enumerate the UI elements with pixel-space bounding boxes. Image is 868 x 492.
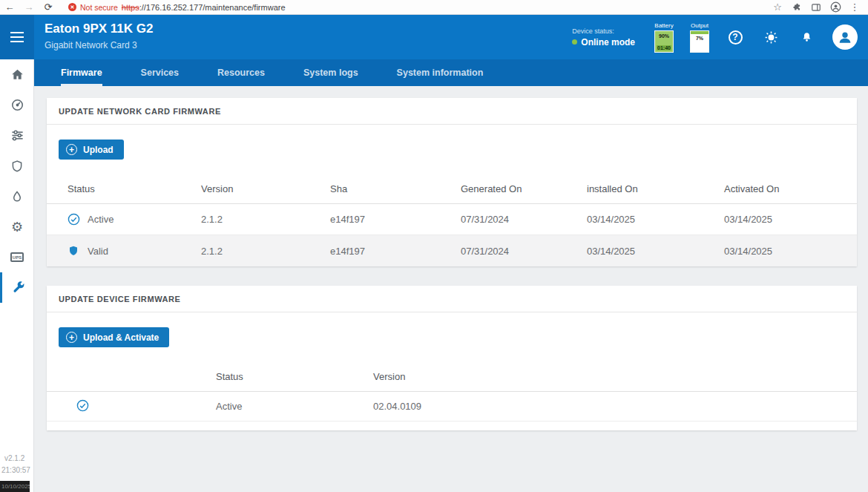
device-card-title: UPDATE DEVICE FIRMWARE [47, 286, 857, 312]
cell-sha: e14f197 [330, 214, 461, 225]
cell-sha: e14f197 [330, 246, 461, 257]
browser-actions: ☆ ⋮ [772, 1, 868, 13]
device-title: Eaton 9PX 11K G2 [45, 22, 153, 36]
network-firmware-card: UPDATE NETWORK CARD FIRMWARE + Upload St… [47, 98, 857, 266]
address-bar[interactable]: ✕ Not secure https://176.16.252.177/main… [68, 1, 286, 13]
col-version: Version [373, 371, 845, 382]
col-installed-on: installed On [587, 183, 724, 194]
tab-firmware[interactable]: Firmware [61, 59, 102, 86]
extensions-icon[interactable] [791, 1, 803, 13]
sidebar-item-meters[interactable] [0, 90, 34, 120]
cell-status: Valid [68, 245, 201, 258]
bookmark-star-icon[interactable]: ☆ [772, 1, 783, 13]
check-circle-icon [68, 213, 80, 226]
output-percent: 7% [691, 36, 708, 41]
cell-status-icon [68, 399, 216, 414]
cell-generated-on: 07/31/2024 [461, 246, 587, 257]
cell-version: 02.04.0109 [373, 401, 845, 412]
browser-menu-icon[interactable]: ⋮ [849, 1, 861, 13]
battery-icon: 90% 01:40 [654, 30, 674, 53]
header-titles: Eaton 9PX 11K G2 Gigabit Network Card 3 [45, 22, 153, 50]
ups-icon: UPS [10, 252, 24, 262]
browser-chrome: ← → ⟳ ✕ Not secure https://176.16.252.17… [0, 0, 868, 15]
battery-time: 01:40 [657, 45, 671, 50]
col-status: Status [68, 183, 201, 194]
tab-system-information[interactable]: System information [397, 59, 484, 86]
back-icon[interactable]: ← [0, 1, 19, 13]
status-text: Active [88, 214, 114, 225]
profile-icon[interactable] [829, 1, 841, 13]
url-text: https://176.16.252.177/maintenance/firmw… [122, 3, 286, 12]
main-content: UPDATE NETWORK CARD FIRMWARE + Upload St… [35, 86, 868, 492]
col-version: Version [201, 183, 330, 194]
footer-tooltip: 10/10/2025 [0, 481, 30, 492]
network-table-header: Status Version Sha Generated On installe… [47, 174, 857, 204]
network-card-body: + Upload Status Version Sha Generated On… [47, 125, 857, 266]
device-subtitle: Gigabit Network Card 3 [45, 40, 153, 50]
table-row-valid[interactable]: Valid 2.1.2 e14f197 07/31/2024 03/14/202… [47, 235, 857, 266]
sidebar-item-home[interactable] [0, 59, 34, 90]
reload-icon[interactable]: ⟳ [39, 1, 58, 13]
check-circle-icon [76, 399, 89, 412]
sidebar-item-protection[interactable] [0, 151, 34, 181]
app-header: Eaton 9PX 11K G2 Gigabit Network Card 3 … [0, 15, 868, 59]
user-avatar[interactable] [832, 24, 858, 50]
cell-installed-on: 03/14/2025 [587, 214, 724, 225]
output-label: Output [690, 22, 709, 29]
device-table-row[interactable]: Active 02.04.0109 [47, 392, 857, 422]
device-status: Device status: Online mode [572, 27, 635, 47]
online-status-dot [572, 39, 577, 45]
upload-activate-button-label: Upload & Activate [83, 332, 159, 343]
upload-button[interactable]: + Upload [59, 140, 124, 160]
gauge-icon [10, 98, 24, 112]
col-generated-on: Generated On [461, 183, 587, 194]
plus-circle-icon: + [66, 144, 77, 155]
notifications-bell-icon[interactable] [797, 27, 816, 47]
battery-gauge[interactable]: Battery 90% 01:40 [654, 22, 674, 53]
output-gauge[interactable]: Output 7% [690, 22, 709, 53]
cell-activated-on: 03/14/2025 [724, 214, 845, 225]
plus-circle-icon: + [66, 332, 77, 343]
device-card-body: + Upload & Activate Status Version Activ… [47, 312, 857, 430]
device-table-header: Status Version [47, 362, 857, 392]
device-firmware-card: UPDATE DEVICE FIRMWARE + Upload & Activa… [47, 286, 857, 430]
shield-icon [10, 160, 24, 173]
droplet-icon [10, 190, 24, 203]
sidebar-item-settings[interactable]: ⚙ [0, 211, 34, 242]
device-status-value-row: Online mode [572, 37, 635, 47]
header-right: Device status: Online mode Battery 90% 0… [572, 15, 858, 59]
url-path: ://176.16.252.177/maintenance/firmware [139, 3, 286, 12]
tab-system-logs[interactable]: System logs [303, 59, 358, 86]
tab-services[interactable]: Services [141, 59, 179, 86]
tab-resources[interactable]: Resources [217, 59, 265, 86]
not-secure-icon: ✕ [68, 3, 76, 11]
side-panel-icon[interactable] [810, 1, 822, 13]
col-activated-on: Activated On [724, 183, 845, 194]
gear-icon: ⚙ [11, 220, 23, 234]
firmware-version-label: v2.1.2 [4, 454, 24, 462]
sidebar-item-ups[interactable]: UPS [0, 242, 34, 272]
sidebar-item-environment[interactable] [0, 181, 34, 211]
upload-activate-button[interactable]: + Upload & Activate [59, 327, 169, 347]
battery-label: Battery [654, 22, 674, 29]
help-icon[interactable]: ? [726, 27, 745, 47]
cell-activated-on: 03/14/2025 [724, 246, 845, 257]
cell-generated-on: 07/31/2024 [461, 214, 587, 225]
sidebar: ⚙ UPS v2.1.2 21:30:57 10/10/2025 [0, 59, 34, 492]
clock-label: 21:30:57 [1, 466, 30, 474]
url-scheme: https [122, 3, 139, 12]
output-fill [691, 31, 708, 34]
status-text: Valid [88, 246, 108, 257]
table-row-active[interactable]: Active 2.1.2 e14f197 07/31/2024 03/14/20… [47, 204, 857, 235]
brightness-icon[interactable] [761, 27, 780, 47]
device-status-value: Online mode [581, 37, 635, 47]
output-icon: 7% [690, 30, 709, 53]
cell-status: Active [68, 213, 201, 226]
sidebar-item-maintenance[interactable] [0, 272, 34, 303]
sidebar-item-controls[interactable] [0, 120, 34, 151]
hamburger-menu-icon[interactable] [0, 15, 34, 59]
upload-button-label: Upload [83, 145, 114, 155]
shield-valid-icon [68, 245, 80, 258]
col-status: Status [216, 371, 373, 382]
forward-icon[interactable]: → [19, 1, 39, 13]
